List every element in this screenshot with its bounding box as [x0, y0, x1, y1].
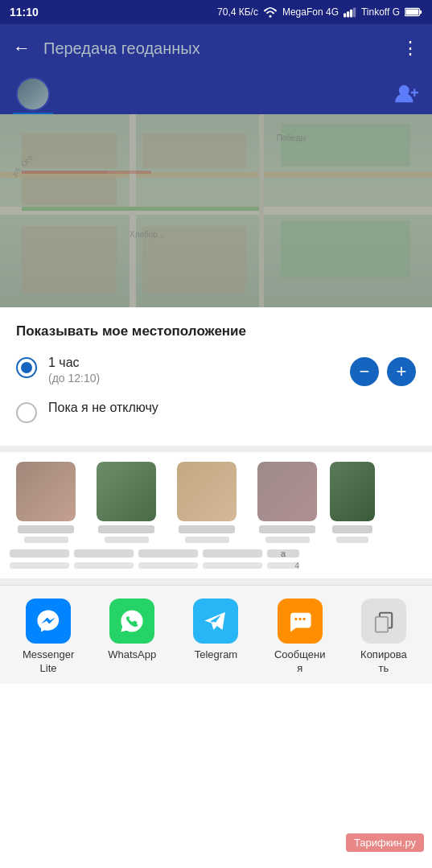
share-divider: [0, 578, 432, 585]
contact-name: [179, 525, 235, 533]
decrement-button[interactable]: −: [350, 357, 379, 386]
contact-item[interactable]: [249, 462, 325, 543]
back-button[interactable]: ←: [13, 38, 31, 59]
battery-icon: [405, 7, 422, 17]
contact-sub: [24, 537, 68, 543]
carrier-name: MegaFon 4G: [282, 6, 339, 18]
carrier2-name: Tinkoff G: [361, 6, 400, 18]
contact-sub: [105, 537, 149, 543]
option-always-on-text: Пока я не отключу: [48, 401, 416, 415]
option-always-on-row: Пока я не отключу: [16, 401, 416, 423]
option-1-hour-text: 1 час (до 12:10): [48, 356, 339, 385]
contact-sub: [185, 537, 229, 543]
messenger-lite-icon: [26, 599, 71, 644]
signal-icon: [344, 6, 356, 18]
svg-rect-6: [420, 10, 422, 14]
speed-indicator: 70,4 КБ/с: [217, 6, 258, 18]
contact-avatar: [97, 462, 156, 521]
contact-name: [98, 525, 154, 533]
contact-sub: [336, 537, 368, 543]
option-1-hour-radio[interactable]: [16, 357, 37, 378]
svg-rect-15: [376, 617, 388, 632]
svg-rect-4: [353, 7, 356, 17]
copy-label: Копировать: [360, 648, 407, 676]
map-view: ул. Огo Хлебор... Победы: [0, 114, 432, 307]
option-1-hour-sublabel: (до 12:10): [48, 372, 339, 385]
telegram-label: Telegram: [195, 648, 237, 662]
messages-label: Сообщения: [274, 648, 326, 676]
whatsapp-label: WhatsApp: [108, 648, 156, 662]
svg-rect-3: [350, 10, 352, 18]
svg-rect-1: [344, 14, 346, 18]
add-person-button[interactable]: [395, 83, 419, 109]
status-right: 70,4 КБ/с MegaFon 4G Tinkoff G: [217, 6, 422, 18]
contact-sub: [265, 537, 310, 543]
share-app-messenger-lite[interactable]: MessengerLite: [10, 599, 87, 676]
svg-point-12: [298, 618, 301, 620]
status-time: 11:10: [10, 6, 39, 19]
avatar-row: [0, 72, 432, 114]
status-left: 11:10: [10, 6, 39, 19]
svg-point-0: [269, 15, 271, 18]
app-header: ← Передача геоданных ⋮: [0, 24, 432, 72]
contacts-section: a 4: [0, 452, 432, 578]
status-bar: 11:10 70,4 КБ/с MegaFon 4G Tinkoff G: [0, 0, 432, 24]
copy-icon: [361, 599, 406, 644]
page-title: Передача геоданных: [43, 39, 389, 58]
share-app-telegram[interactable]: Telegram: [177, 599, 254, 676]
whatsapp-icon: [109, 599, 154, 644]
section-divider: [0, 446, 432, 452]
avatar: [16, 77, 50, 111]
contact-avatar: [16, 462, 76, 521]
contact-avatar: [257, 462, 317, 521]
options-title: Показывать мое местоположение: [16, 323, 416, 339]
increment-button[interactable]: +: [387, 357, 416, 386]
option-1-hour-row: 1 час (до 12:10) − +: [16, 356, 416, 386]
time-controls: − +: [350, 357, 416, 386]
location-options-section: Показывать мое местоположение 1 час (до …: [0, 307, 432, 446]
messages-icon: [278, 599, 323, 644]
contacts-grid: [8, 462, 424, 543]
contact-item[interactable]: [330, 462, 375, 543]
svg-rect-7: [405, 10, 418, 15]
share-sheet: MessengerLite WhatsApp Telegram: [0, 585, 432, 684]
wifi-icon: [263, 6, 278, 18]
contact-avatar: [330, 462, 375, 521]
share-app-messages[interactable]: Сообщения: [261, 599, 339, 676]
contact-item[interactable]: [88, 462, 164, 543]
contact-name: [259, 525, 315, 533]
contact-item[interactable]: [169, 462, 245, 543]
option-always-on-label: Пока я не отключу: [48, 401, 416, 415]
share-apps-row: MessengerLite WhatsApp Telegram: [0, 599, 432, 676]
contact-item[interactable]: [8, 462, 84, 543]
share-app-whatsapp[interactable]: WhatsApp: [93, 599, 171, 676]
option-always-on-radio[interactable]: [16, 402, 37, 423]
svg-rect-2: [347, 11, 349, 17]
contact-avatar: [177, 462, 237, 521]
telegram-icon: [193, 599, 238, 644]
contact-name: [18, 525, 74, 533]
svg-point-13: [302, 618, 305, 620]
messenger-lite-label: MessengerLite: [23, 648, 74, 676]
contact-name: [332, 525, 372, 533]
option-1-hour-label: 1 час: [48, 356, 339, 370]
watermark: Тарифкин.ру: [346, 833, 424, 852]
share-app-copy[interactable]: Копировать: [345, 599, 422, 676]
svg-point-11: [294, 618, 297, 620]
more-options-button[interactable]: ⋮: [401, 38, 419, 59]
